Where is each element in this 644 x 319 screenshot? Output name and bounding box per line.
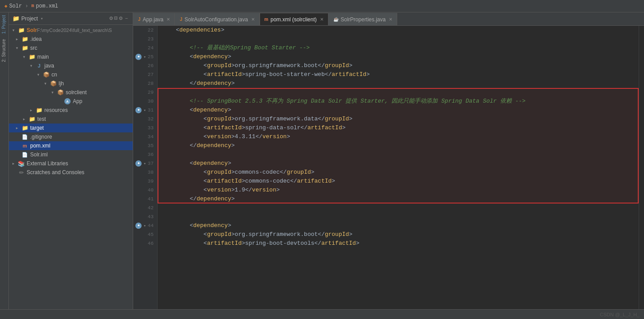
folder-icon: 📁: [18, 27, 25, 34]
arrow-icon: ▾: [12, 28, 18, 32]
tab-structure[interactable]: 2: Structure: [0, 36, 8, 65]
sidebar-item-cn[interactable]: ▾ 📦 cn: [9, 70, 133, 79]
sidebar-item-src[interactable]: ▾ 📁 src: [9, 44, 133, 52]
watermark-text: CSDN @_L_J_H_: [600, 312, 640, 317]
sidebar-item-gitignore[interactable]: 📄 .gitignore: [9, 132, 133, 141]
code-line-24: <!-- 最基础的Spring Boot Starter -->: [158, 44, 639, 52]
sidebar-item-app[interactable]: A App: [9, 97, 133, 106]
sidebar-item-solr-root[interactable]: ▾ 📁 Solr F:\myCode2024\full_text_search\…: [9, 26, 133, 35]
code-line-22: <dependencies>: [158, 26, 639, 35]
arrow-icon: ▸: [23, 117, 28, 121]
line-number-gutter: 22 23 24 ● ▾ 25 26: [133, 26, 158, 309]
breakpoint-marker[interactable]: ●: [135, 107, 142, 113]
sidebar-item-test[interactable]: ▸ 📁 test: [9, 115, 133, 124]
sidebar-item-java[interactable]: ▾ J java: [9, 61, 133, 70]
breakpoint-marker[interactable]: ●: [135, 160, 142, 167]
title-icon: ◆: [4, 3, 8, 9]
code-line-43: [158, 212, 639, 221]
sidebar-dropdown-icon[interactable]: ▾: [40, 16, 43, 21]
gutter-line-38: 38: [133, 168, 157, 177]
minimap-gutter: [639, 26, 644, 309]
sidebar-item-solr-iml[interactable]: 📄 Solr.iml: [9, 150, 133, 159]
code-line-25: <dependency>: [158, 52, 639, 61]
tab-solr-auto-config[interactable]: J SolrAutoConfiguration.java ✕: [175, 13, 259, 25]
fold-arrow[interactable]: ▾: [143, 161, 146, 166]
folder-yellow-icon: 📁: [28, 116, 36, 123]
gutter-line-36: 36: [133, 150, 157, 159]
arrow-icon: ▾: [23, 55, 28, 59]
scratches-icon: ✏: [18, 169, 25, 176]
gutter-line-31: ● ▾ 31: [133, 106, 157, 115]
tab-close-btn[interactable]: ✕: [251, 17, 255, 22]
gutter-line-37: ● ▾ 37: [133, 159, 157, 168]
breakpoint-marker[interactable]: ●: [135, 54, 142, 60]
gutter-line-24: 24: [133, 44, 157, 52]
status-bar: CSDN @_L_J_H_: [0, 309, 644, 319]
fold-arrow[interactable]: ▾: [143, 108, 146, 113]
arrow-icon: ▾: [16, 46, 21, 50]
gutter-line-39: 39: [133, 177, 157, 186]
breakpoint-marker[interactable]: ●: [135, 223, 142, 229]
code-line-39: <artifactId>commons-codec</artifactId>: [158, 177, 639, 186]
sidebar-settings-icon[interactable]: ⚙: [110, 15, 113, 22]
tab-pom-xml[interactable]: m pom.xml (solrclient) ✕: [260, 13, 328, 25]
tab-solr-properties[interactable]: ☕ SolrProperties.java ✕: [328, 13, 397, 25]
sidebar-item-external-libs[interactable]: ▸ 📚 External Libraries: [9, 159, 133, 168]
gutter-line-34: 34: [133, 132, 157, 141]
tab-bar: J App.java ✕ J SolrAutoConfiguration.jav…: [133, 12, 644, 26]
gutter-line-28: 28: [133, 79, 157, 88]
arrow-icon: ▸: [16, 126, 21, 130]
sidebar-item-solrclient[interactable]: ▾ 📦 solrclient: [9, 88, 133, 97]
gutter-line-40: 40: [133, 186, 157, 195]
tab-close-btn[interactable]: ✕: [320, 17, 324, 22]
title-project: ◆ Solr › m pom.xml: [4, 3, 58, 9]
vertical-tab-strip: 1: Project 2: Structure: [0, 12, 9, 309]
tab-close-btn[interactable]: ✕: [389, 17, 392, 22]
code-line-35: </dependency>: [158, 141, 639, 150]
arrow-icon: ▸: [30, 108, 36, 112]
sidebar-item-scratches[interactable]: ✏ Scratches and Consoles: [9, 168, 133, 177]
java-src-icon: J: [36, 62, 43, 69]
package-icon: 📦: [50, 80, 57, 87]
sidebar-minimize-icon[interactable]: －: [124, 15, 129, 22]
folder-yellow-icon: 📁: [21, 124, 28, 132]
code-line-36: [158, 150, 639, 159]
gutter-line-35: 35: [133, 141, 157, 150]
code-editor: 22 23 24 ● ▾ 25 26: [133, 26, 644, 309]
gutter-line-42: 42: [133, 203, 157, 212]
gutter-line-33: 33: [133, 124, 157, 132]
java-icon: J: [180, 17, 182, 22]
code-content[interactable]: <dependencies> <!-- 最基础的Spring Boot Star…: [158, 26, 639, 309]
sidebar-gear-icon[interactable]: ⚙: [119, 15, 122, 22]
code-line-33: <artifactId>spring-data-solr</artifactId…: [158, 124, 639, 132]
code-line-34: <version>4.3.11</version>: [158, 132, 639, 141]
title-separator: ›: [25, 3, 28, 9]
package-icon: 📦: [43, 71, 50, 78]
arrow-icon: ▸: [12, 161, 18, 166]
sidebar-item-main[interactable]: ▾ 📁 main: [9, 52, 133, 61]
gutter-line-46: 46: [133, 239, 157, 248]
gutter-line-29: 29: [133, 88, 157, 97]
sidebar-item-resources[interactable]: ▸ 📁 resources: [9, 106, 133, 115]
tab-close-btn[interactable]: ✕: [166, 17, 170, 22]
code-line-26: <groupId>org.springframework.boot</group…: [158, 61, 639, 70]
fold-arrow[interactable]: ▾: [143, 223, 146, 228]
code-line-46: <artifactId>spring-boot-devtools</artifa…: [158, 239, 639, 248]
code-line-45: <groupId>org.springframework.boot</group…: [158, 230, 639, 239]
sidebar-item-target[interactable]: ▸ 📁 target: [9, 124, 133, 132]
xml-file-icon: m: [21, 142, 28, 149]
folder-yellow-icon: 📁: [28, 53, 36, 60]
code-line-42: [158, 203, 639, 212]
folder-icon: 📁: [12, 15, 20, 22]
sidebar-layout-icon[interactable]: ⊟: [114, 15, 118, 22]
tab-app-java[interactable]: J App.java ✕: [133, 13, 175, 25]
xml-icon: m: [265, 17, 269, 22]
code-line-31: <dependency>: [158, 106, 639, 115]
sidebar-item-pom-xml[interactable]: m pom.xml: [9, 141, 133, 150]
folder-yellow-icon: 📁: [36, 107, 43, 114]
tab-project[interactable]: 1: Project: [0, 12, 8, 36]
fold-arrow[interactable]: ▾: [143, 55, 146, 60]
app-class-icon: A: [64, 98, 71, 105]
sidebar-item-ljh[interactable]: ▾ 📦 ljh: [9, 79, 133, 88]
sidebar-item-idea[interactable]: ▸ 📁 .idea: [9, 35, 133, 44]
